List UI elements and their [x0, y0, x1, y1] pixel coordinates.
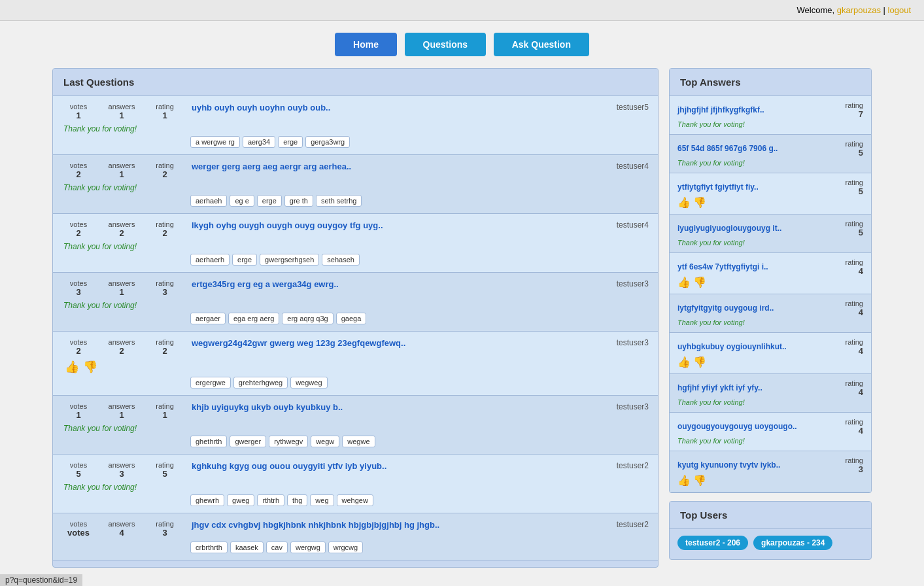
tag[interactable]: rthtrh [257, 494, 284, 506]
tag[interactable]: cav [266, 542, 288, 553]
left-panel: Last Questions votes 1 answers 1 rating … [52, 68, 659, 568]
answer-title[interactable]: iytgfyitgyitg ouygoug ird.. [677, 303, 774, 313]
answer-rating: rating4 [845, 258, 863, 276]
question-meta: votes 1 answers 1 rating 1 khjb uyiguykg… [62, 402, 649, 420]
question-tags: aerhaeheg eergegre thseth setrhg [190, 195, 649, 207]
rating-stat: rating 3 [148, 279, 181, 297]
tag[interactable]: wegw [311, 436, 339, 447]
thumbs-down-button[interactable]: 👎 [83, 360, 97, 374]
votes-stat: votes votes [62, 520, 95, 538]
answer-title[interactable]: uyhbgkubuy oygiouynlihkut.. [677, 342, 787, 351]
tag[interactable]: erg aqrg q3g [282, 313, 333, 324]
tag[interactable]: erge [232, 254, 257, 266]
status-text: p?q=question&id=19 [5, 576, 77, 581]
answer-vote-status: Thank you for voting! [677, 239, 745, 247]
question-user: testuser2 [617, 520, 649, 529]
answer-vote-buttons: 👍👎 [677, 474, 863, 487]
question-tags: a wergwe rgaerg34ergegerga3wrg [190, 136, 649, 148]
question-title[interactable]: ertge345rg erg eg a werga34g ewrg.. [192, 279, 606, 289]
thumbs-up-button[interactable]: 👍 [65, 360, 79, 374]
votes-stat: votes 1 [62, 103, 95, 120]
tag[interactable]: gwergserhgseh [260, 254, 319, 266]
answer-thumbs-up-button[interactable]: 👍 [677, 276, 691, 288]
tag[interactable]: kaasek [230, 542, 264, 553]
tag[interactable]: gerga3wrg [305, 136, 350, 148]
questions-button[interactable]: Questions [405, 33, 486, 56]
question-title[interactable]: wegwerg24g42gwr gwerg weg 123g 23egfqewg… [192, 338, 606, 348]
question-row: votes 2 answers 2 rating 2 wegwerg24g42g… [53, 332, 658, 396]
vote-status: Thank you for voting! [62, 124, 649, 133]
user-badge[interactable]: testuser2 - 206 [677, 536, 748, 550]
tag[interactable]: thg [287, 494, 307, 506]
tag[interactable]: a wergwe rg [190, 136, 240, 148]
question-title[interactable]: werger gerg aerg aeg aergr arg aerhea.. [192, 162, 606, 171]
answer-thumbs-down-button[interactable]: 👎 [693, 276, 706, 288]
tag[interactable]: gaega [336, 313, 367, 324]
answer-thumbs-up-button[interactable]: 👍 [677, 356, 691, 368]
answer-thumbs-up-button[interactable]: 👍 [677, 474, 691, 487]
home-button[interactable]: Home [335, 33, 397, 56]
question-title[interactable]: khjb uyiguykg ukyb ouyb kyubkuy b.. [192, 402, 606, 412]
tag[interactable]: wergwg [290, 542, 326, 553]
question-title[interactable]: jhgv cdx cvhgbvj hbgkjhbnk nhkjhbnk hbjg… [192, 520, 606, 530]
answer-title[interactable]: kyutg kyunuony tvytv iykb.. [677, 460, 780, 470]
tag[interactable]: aerg34 [243, 136, 275, 148]
question-meta: votes 2 answers 1 rating 2 werger gerg a… [62, 162, 649, 179]
tag[interactable]: gwerger [230, 436, 266, 447]
question-title[interactable]: lkygh oyhg ouygh ouygh ouyg ouygoy tfg u… [192, 220, 606, 230]
answer-rating: rating4 [845, 338, 863, 356]
answer-title[interactable]: hgfjhf yfiyf ykft iyf yfy.. [677, 383, 762, 392]
vote-status: Thank you for voting! [62, 242, 649, 251]
answer-meta: uyhbgkubuy oygiouynlihkut.. rating4 [677, 338, 863, 356]
tag[interactable]: gre th [284, 195, 313, 207]
answer-title[interactable]: ytfiytgfiyt fgiytfiyt fiy.. [677, 182, 759, 192]
tag[interactable]: erge [257, 195, 282, 207]
question-title[interactable]: uyhb ouyh ouyh uoyhn ouyb oub.. [192, 103, 606, 112]
tag[interactable]: aerhaerh [190, 254, 230, 266]
user-badge[interactable]: gkarpouzas - 234 [753, 536, 832, 550]
answer-title[interactable]: ytf 6es4w 7ytftygfiytgi i.. [677, 262, 768, 271]
answer-row: ytfiytgfiyt fgiytfiyt fiy.. rating5 👍👎 [670, 173, 871, 215]
tag[interactable]: erge [278, 136, 303, 148]
tag[interactable]: ghewrh [190, 494, 224, 506]
answers-stat: answers 2 [105, 220, 138, 238]
question-title[interactable]: kghkuhg kgyg oug ouou ouygyiti ytfv iyb … [192, 461, 606, 471]
tag[interactable]: eg e [230, 195, 254, 207]
tag[interactable]: crbrthrth [190, 542, 228, 553]
answer-row: jhjhgfjhf jfjhfkygfkgfkf.. rating7 Thank… [670, 96, 871, 135]
tag[interactable]: wehgew [337, 494, 373, 506]
username-link[interactable]: gkarpouzas [837, 5, 881, 15]
question-stats: votes 1 answers 1 rating 1 [62, 103, 181, 120]
answer-thumbs-down-button[interactable]: 👎 [693, 356, 706, 368]
tag[interactable]: ega erg aerg [228, 313, 279, 324]
answer-title[interactable]: iyugiyugiyuogiouygouyg it.. [677, 224, 781, 233]
answer-title[interactable]: 65f 54d 865f 967g6 7906 g.. [677, 144, 778, 153]
tag[interactable]: ghethrth [190, 436, 227, 447]
answer-row: iytgfyitgyitg ouygoug ird.. rating4 Than… [670, 294, 871, 333]
tag[interactable]: aergaer [190, 313, 226, 324]
answer-title[interactable]: jhjhgfjhf jfjhfkygfkgfkf.. [677, 105, 764, 114]
tag[interactable]: sehaseh [322, 254, 360, 266]
logout-link[interactable]: logout [888, 5, 911, 15]
tag[interactable]: seth setrhg [316, 195, 362, 207]
tag[interactable]: aerhaeh [190, 195, 227, 207]
tag[interactable]: weg [310, 494, 334, 506]
tag[interactable]: wegwe [342, 436, 375, 447]
tag[interactable]: grehterhgweg [233, 377, 288, 388]
tag[interactable]: gweg [227, 494, 254, 506]
question-stats: votes 2 answers 2 rating 2 [62, 220, 181, 238]
answer-thumbs-up-button[interactable]: 👍 [677, 196, 691, 209]
ask-question-button[interactable]: Ask Question [494, 33, 589, 56]
answer-thumbs-down-button[interactable]: 👎 [693, 474, 706, 487]
tag[interactable]: wegweg [290, 377, 327, 388]
question-stats: votes 5 answers 3 rating 5 [62, 461, 181, 479]
answer-thumbs-down-button[interactable]: 👎 [693, 196, 706, 209]
top-users-title: Top Users [670, 502, 871, 529]
tag[interactable]: wrgcwg [328, 542, 363, 553]
answer-title[interactable]: ouygougyouygouyg uoygougo.. [677, 422, 797, 431]
tag[interactable]: ergergwe [190, 377, 231, 388]
votes-stat: votes 2 [62, 162, 95, 179]
tag[interactable]: rythwegv [269, 436, 308, 447]
question-meta: votes 5 answers 3 rating 5 kghkuhg kgyg … [62, 461, 649, 479]
welcome-text: Welcome, [797, 5, 837, 15]
